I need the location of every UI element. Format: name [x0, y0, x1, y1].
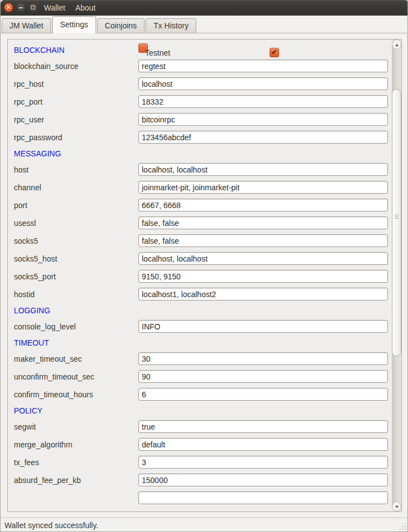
settings-row: channel — [8, 179, 392, 196]
rpc-host-input[interactable] — [138, 77, 388, 90]
section-header-messaging: MESSAGING — [14, 149, 61, 158]
absurd-fee-per-kb-input[interactable] — [138, 474, 388, 486]
arrow-up-icon — [395, 44, 399, 46]
scroll-up-button[interactable] — [392, 40, 401, 50]
close-button[interactable]: ✕ — [4, 3, 13, 12]
settings-row: socks5_host — [8, 250, 392, 268]
settings-row: console_log_level — [8, 318, 392, 336]
tx-fees-input[interactable] — [138, 456, 388, 469]
field-label-hostid: hostid — [14, 290, 34, 299]
clipped-input[interactable] — [138, 491, 388, 504]
settings-row: port — [8, 196, 392, 214]
checkmark-icon: ✔ — [271, 48, 277, 56]
section-header-logging: LOGGING — [14, 306, 50, 315]
title-bar: ✕ WalletAbout — [1, 0, 408, 16]
field-label-merge-algorithm: merge_algorithm — [14, 440, 72, 449]
field-label-unconfirm-timeout-sec: unconfirm_timeout_sec — [14, 372, 94, 381]
settings-row: BLOCKCHAIN — [8, 43, 392, 57]
field-label-maker-timeout-sec: maker_timeout_sec — [14, 354, 82, 363]
settings-row: LOGGING — [8, 303, 392, 318]
tab-tx-history[interactable]: Tx History — [146, 18, 196, 33]
socks5-input[interactable] — [138, 234, 388, 247]
settings-row: socks5 — [8, 232, 392, 250]
field-label-console-log-level: console_log_level — [14, 322, 76, 331]
field-label-tx-fees: tx_fees — [14, 458, 39, 467]
settings-row: maker_timeout_sec — [8, 350, 392, 368]
rpc-user-input[interactable] — [138, 113, 388, 126]
content-pane: BLOCKCHAINblockchain_sourceTestnet✔rpc_h… — [1, 33, 408, 518]
socks5-host-input[interactable] — [138, 252, 388, 265]
settings-row: rpc_user — [8, 111, 392, 129]
settings-row: segwit — [8, 418, 392, 436]
settings-row: TIMEOUT — [8, 336, 392, 350]
testnet-checkbox[interactable]: ✔ — [270, 48, 279, 57]
field-label-segwit: segwit — [14, 422, 36, 431]
status-message: Wallet synced successfully. — [4, 521, 98, 530]
field-label-rpc-password: rpc_password — [14, 133, 62, 142]
socks5-port-input[interactable] — [138, 270, 388, 283]
settings-row: usessl — [8, 214, 392, 232]
settings-row: absurd_fee_per_kb — [8, 471, 392, 489]
usessl-input[interactable] — [138, 216, 388, 229]
tab-bar: JM WalletSettingsCoinjoinsTx History — [1, 16, 408, 33]
settings-row: hostid — [8, 285, 392, 303]
segwit-input[interactable] — [138, 420, 388, 433]
status-bar: Wallet synced successfully. — [1, 518, 408, 532]
settings-row: confirm_timeout_hours — [8, 386, 392, 403]
settings-row: rpc_port — [8, 93, 392, 111]
settings-row: merge_algorithm — [8, 436, 392, 454]
settings-row — [8, 489, 392, 507]
rpc-password-input[interactable] — [138, 131, 388, 144]
settings-row: blockchain_source — [8, 57, 392, 75]
field-label-usessl: usessl — [14, 219, 36, 228]
blockchain-source-input[interactable] — [138, 60, 388, 72]
field-label-host: host — [14, 165, 28, 174]
field-label-rpc-host: rpc_host — [14, 80, 44, 88]
settings-row: MESSAGING — [8, 146, 392, 161]
field-label-socks5-port: socks5_port — [14, 272, 56, 281]
app-window: ✕ WalletAbout JM WalletSettingsCoinjoins… — [0, 0, 408, 532]
settings-row: Testnet✔ — [138, 43, 148, 53]
merge-algorithm-input[interactable] — [138, 438, 388, 451]
vertical-scrollbar[interactable] — [392, 40, 401, 511]
maximize-icon — [31, 6, 35, 9]
settings-form: BLOCKCHAINblockchain_sourceTestnet✔rpc_h… — [8, 40, 392, 507]
tab-jm-wallet[interactable]: JM Wallet — [2, 18, 51, 33]
close-icon: ✕ — [4, 3, 13, 12]
field-label-absurd-fee-per-kb: absurd_fee_per_kb — [14, 476, 81, 485]
field-label-confirm-timeout-hours: confirm_timeout_hours — [14, 390, 93, 399]
scrollbar-thumb[interactable] — [392, 89, 401, 356]
scrollbar-grip-icon — [395, 215, 399, 220]
confirm-timeout-hours-input[interactable] — [138, 388, 388, 401]
resize-grip[interactable] — [399, 523, 407, 530]
minimize-button[interactable] — [16, 3, 26, 12]
port-input[interactable] — [138, 199, 388, 211]
menu-about[interactable]: About — [72, 2, 99, 14]
settings-row: socks5_port — [8, 268, 392, 285]
arrow-down-icon — [395, 506, 399, 508]
maker-timeout-sec-input[interactable] — [138, 352, 388, 365]
section-header-policy: POLICY — [14, 406, 42, 415]
settings-row: host — [8, 161, 392, 179]
field-label-socks5: socks5 — [14, 237, 38, 245]
section-header-blockchain: BLOCKCHAIN — [14, 46, 64, 55]
maximize-button[interactable] — [28, 3, 38, 12]
field-label-blockchain-source: blockchain_source — [14, 62, 78, 71]
hostid-input[interactable] — [138, 288, 388, 301]
section-header-timeout: TIMEOUT — [14, 338, 49, 347]
channel-input[interactable] — [138, 181, 388, 194]
field-label-port: port — [14, 201, 27, 210]
field-label-rpc-port: rpc_port — [14, 97, 42, 106]
tab-coinjoins[interactable]: Coinjoins — [97, 18, 145, 33]
field-label-socks5-host: socks5_host — [14, 254, 57, 263]
field-label-testnet: Testnet — [145, 48, 170, 57]
unconfirm-timeout-sec-input[interactable] — [138, 370, 388, 383]
settings-row: rpc_password — [8, 129, 392, 146]
tab-settings[interactable]: Settings — [52, 16, 96, 33]
settings-row: tx_fees — [8, 454, 392, 471]
menu-wallet[interactable]: Wallet — [41, 2, 68, 14]
console-log-level-input[interactable] — [138, 320, 388, 333]
host-input[interactable] — [138, 163, 388, 176]
scroll-down-button[interactable] — [392, 501, 401, 511]
rpc-port-input[interactable] — [138, 95, 388, 108]
